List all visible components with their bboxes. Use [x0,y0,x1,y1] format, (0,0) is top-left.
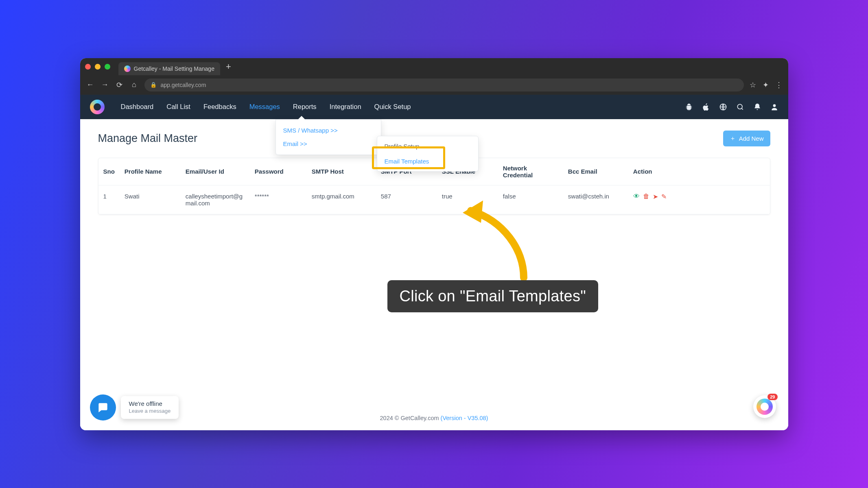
cell-email: calleysheetimport@gmail.com [181,185,250,214]
chat-subtitle: Leave a message [129,408,171,414]
th-email: Email/User Id [181,158,250,185]
th-sno: Sno [98,158,120,185]
submenu-profile-setup[interactable]: Profile Setup [377,139,478,154]
chat-widget[interactable]: We're offline Leave a message [90,394,179,420]
th-netcred: Network Credential [498,158,563,185]
bookmark-icon[interactable]: ☆ [750,81,756,89]
nav-messages[interactable]: Messages [249,100,281,113]
user-icon[interactable] [770,103,778,111]
add-new-label: Add New [739,135,764,142]
dropdown-email[interactable]: Email >> [276,137,381,150]
th-password: Password [250,158,307,185]
cell-network-credential: false [498,185,563,214]
email-submenu: Profile Setup Email Templates [377,136,479,172]
cell-actions: 👁 🗑 ➤ ✎ [628,185,770,214]
extensions-icon[interactable]: ✦ [763,81,769,89]
footer-version-link[interactable]: (Version - V35.08) [441,415,488,421]
tab-favicon [124,65,131,72]
browser-tab[interactable]: Getcalley - Mail Setting Manage [118,62,220,75]
messages-dropdown: SMS / Whatsapp >> Email >> Profile Setup… [275,119,381,155]
bell-icon[interactable] [753,103,761,111]
delete-icon[interactable]: 🗑 [643,193,649,200]
chat-icon [90,394,116,420]
tab-strip: Getcalley - Mail Setting Manage + [80,58,788,75]
page-title: Manage Mail Master [98,132,198,145]
tab-title: Getcalley - Mail Setting Manage [134,65,214,72]
chat-card: We're offline Leave a message [121,396,179,419]
edit-icon[interactable]: ✎ [661,193,667,200]
menu-icon[interactable]: ⋮ [775,81,783,89]
table-row: 1 Swati calleysheetimport@gmail.com ****… [98,185,770,214]
th-host: SMTP Host [307,158,376,185]
close-window-icon[interactable] [85,64,91,70]
window-controls [85,64,110,70]
help-badge: 29 [767,394,777,400]
url-text: app.getcalley.com [161,82,206,88]
help-floating-button[interactable]: 29 [753,395,776,418]
nav-quick-setup[interactable]: Quick Setup [374,100,412,113]
plus-icon: ＋ [730,135,736,142]
chat-title: We're offline [129,400,171,407]
footer-copyright: 2024 © GetCalley.com [380,415,441,421]
help-logo-icon [756,399,773,415]
android-icon[interactable] [685,103,693,111]
footer: 2024 © GetCalley.com (Version - V35.08) [98,408,770,430]
view-icon[interactable]: 👁 [633,193,640,200]
th-bcc: Bcc Email [563,158,628,185]
cell-ssl-enable: true [437,185,498,214]
forward-icon[interactable]: → [101,81,109,89]
minimize-window-icon[interactable] [95,64,101,70]
home-icon[interactable]: ⌂ [130,81,139,89]
globe-icon[interactable] [719,103,727,111]
reload-icon[interactable]: ⟳ [115,81,124,89]
send-icon[interactable]: ➤ [653,193,658,200]
cell-smtp-host: smtp.gmail.com [307,185,376,214]
maximize-window-icon[interactable] [105,64,110,70]
app-logo[interactable] [90,100,105,114]
dropdown-sms-whatsapp[interactable]: SMS / Whatsapp >> [276,124,381,137]
address-bar: ← → ⟳ ⌂ 🔒 app.getcalley.com ☆ ✦ ⋮ [80,75,788,95]
nav-reports[interactable]: Reports [292,100,317,113]
cell-profile-name: Swati [120,185,181,214]
url-field[interactable]: 🔒 app.getcalley.com [144,78,744,92]
instruction-tooltip: Click on "Email Templates" [387,280,599,312]
cell-bcc-email: swati@csteh.in [563,185,628,214]
nav-feedbacks[interactable]: Feedbacks [203,100,237,113]
app-nav: Dashboard Call List Feedbacks Messages R… [80,95,788,119]
browser-window: Getcalley - Mail Setting Manage + ← → ⟳ … [80,58,788,430]
th-profile: Profile Name [120,158,181,185]
th-action: Action [628,158,770,185]
nav-dashboard[interactable]: Dashboard [120,100,155,113]
nav-call-list[interactable]: Call List [166,100,191,113]
svg-point-2 [773,104,776,107]
submenu-email-templates[interactable]: Email Templates [377,154,478,169]
apple-icon[interactable] [702,103,710,111]
search-icon[interactable] [736,103,744,111]
new-tab-button[interactable]: + [226,61,231,72]
back-icon[interactable]: ← [86,81,95,89]
cell-password: ****** [250,185,307,214]
add-new-button[interactable]: ＋ Add New [723,131,770,146]
nav-integration[interactable]: Integration [329,100,362,113]
cell-sno: 1 [98,185,120,214]
svg-point-1 [737,104,742,109]
lock-icon: 🔒 [150,82,157,88]
cell-smtp-port: 587 [376,185,437,214]
